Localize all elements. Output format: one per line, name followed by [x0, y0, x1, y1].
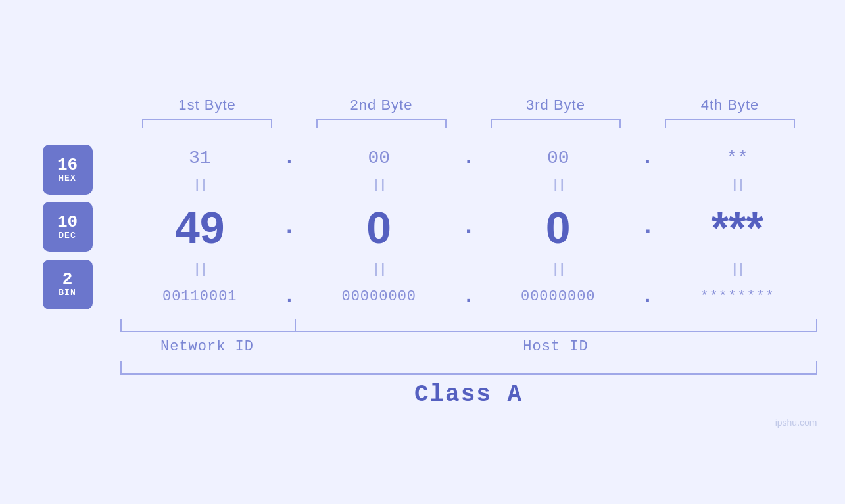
bin-byte-4: ******** — [658, 288, 817, 305]
bin-row: 00110001 . 00000000 . 00000000 . *******… — [120, 280, 817, 313]
bottom-labels: Network ID Host ID — [120, 338, 817, 355]
equals-row-2: || || || || — [120, 260, 817, 280]
dec-byte-2: 0 — [299, 202, 459, 253]
bin-badge: 2 BIN — [43, 260, 93, 309]
watermark: ipshu.com — [775, 417, 817, 428]
dec-byte-1: 49 — [120, 202, 280, 253]
host-id-label: Host ID — [295, 338, 817, 355]
bracket-2 — [295, 119, 469, 128]
network-id-label: Network ID — [120, 338, 295, 355]
equals-row-1: || || || || — [120, 175, 817, 195]
equals-8: || — [658, 262, 817, 277]
overall-bracket — [120, 361, 817, 375]
equals-2: || — [299, 177, 459, 193]
bin-dot-3: . — [638, 286, 658, 307]
dec-row: 49 . 0 . 0 . *** — [120, 195, 817, 260]
bin-dot-2: . — [459, 286, 479, 307]
dec-dot-2: . — [459, 214, 479, 241]
hex-badge: 16 HEX — [43, 145, 93, 195]
byte-4-header: 4th Byte — [643, 97, 817, 114]
hex-dot-3: . — [638, 148, 658, 168]
bin-byte-3: 00000000 — [479, 288, 639, 305]
bottom-section: Network ID Host ID Class A — [120, 319, 817, 408]
hex-dot-2: . — [459, 148, 479, 168]
bin-dot-1: . — [279, 286, 299, 307]
dec-dot-1: . — [279, 214, 299, 241]
bracket-4 — [643, 119, 817, 128]
hex-byte-4: ** — [658, 148, 817, 168]
class-label: Class A — [120, 381, 817, 408]
hex-dot-1: . — [279, 148, 299, 168]
equals-1: || — [120, 177, 280, 193]
bracket-1 — [120, 119, 295, 128]
byte-2-header: 2nd Byte — [295, 97, 469, 114]
dec-byte-4: *** — [658, 202, 817, 253]
equals-3: || — [479, 177, 639, 193]
hex-byte-3: 00 — [479, 148, 639, 168]
bracket-3 — [469, 119, 643, 128]
host-bracket — [295, 319, 817, 332]
byte-1-header: 1st Byte — [120, 97, 295, 114]
bin-badge-label: BIN — [59, 288, 76, 298]
network-bracket — [120, 319, 295, 332]
dec-badge: 10 DEC — [43, 202, 93, 252]
top-brackets — [120, 119, 817, 128]
byte-headers: 1st Byte 2nd Byte 3rd Byte 4th Byte — [120, 97, 817, 114]
byte-3-header: 3rd Byte — [469, 97, 643, 114]
bin-byte-1: 00110001 — [120, 288, 280, 305]
equals-7: || — [479, 262, 639, 277]
hex-badge-label: HEX — [59, 173, 76, 183]
hex-row: 31 . 00 . 00 . ** — [120, 141, 817, 175]
bin-badge-number: 2 — [62, 271, 73, 288]
main-content: 16 HEX 10 DEC 2 BIN 31 . 00 — [28, 141, 817, 313]
dec-byte-3: 0 — [479, 202, 639, 253]
equals-5: || — [120, 262, 280, 277]
dec-badge-label: DEC — [59, 231, 76, 241]
bin-byte-2: 00000000 — [299, 288, 459, 305]
dec-badge-number: 10 — [57, 214, 78, 231]
equals-6: || — [299, 262, 459, 277]
hex-byte-1: 31 — [120, 148, 280, 168]
equals-4: || — [658, 177, 817, 193]
bottom-bracket-line — [120, 319, 817, 332]
hex-badge-number: 16 — [57, 156, 78, 173]
badges-column: 16 HEX 10 DEC 2 BIN — [28, 141, 107, 313]
hex-byte-2: 00 — [299, 148, 459, 168]
rows-area: 31 . 00 . 00 . ** || || — [120, 141, 817, 313]
dec-dot-3: . — [638, 214, 658, 241]
